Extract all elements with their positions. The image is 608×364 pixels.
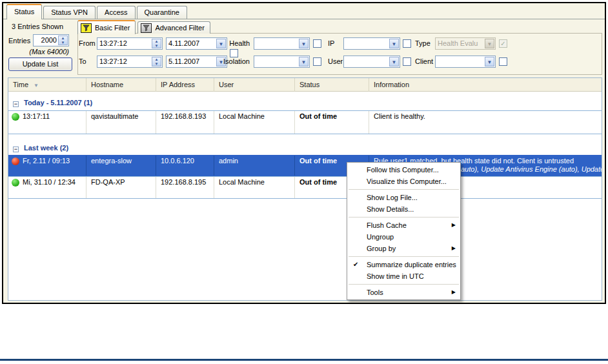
tab-status-vpn-label: Status VPN — [51, 8, 88, 16]
page-footer-rule — [0, 359, 608, 361]
entries-shown-text: 3 Entries Shown — [12, 23, 63, 30]
menu-item-visualize-this-computer[interactable]: Visualize this Computer... — [347, 176, 460, 187]
menu-item-show-time-in-utc[interactable]: Show time in UTC — [347, 270, 460, 282]
isolation-label: Isolation — [210, 57, 250, 65]
status-panel: Status Status VPN Access Quarantine 3 En… — [2, 2, 606, 304]
cell-status: Out of time — [299, 157, 337, 165]
menu-separator — [349, 189, 459, 190]
to-time-spinner[interactable]: ▲▼ — [152, 57, 161, 66]
menu-item-label: Follow this Computer... — [367, 166, 439, 174]
chevron-down-icon[interactable]: ▼ — [485, 57, 494, 66]
cell-time: Fr, 2.11 / 09:13 — [23, 157, 70, 165]
funnel-icon — [141, 23, 152, 33]
tab-quarantine-label: Quarantine — [145, 8, 179, 16]
tab-basic-filter[interactable]: Basic Filter — [77, 20, 136, 34]
column-header-user[interactable]: User — [214, 78, 295, 92]
tab-status-vpn[interactable]: Status VPN — [43, 6, 96, 19]
isolation-dropdown[interactable]: ▼ — [254, 56, 310, 68]
menu-item-summarize-duplicate-entries[interactable]: ✔Summarize duplicate entries — [347, 259, 460, 270]
menu-item-show-details[interactable]: Show Details... — [347, 203, 460, 215]
menu-item-ungroup[interactable]: Ungroup — [347, 231, 460, 243]
chevron-down-icon[interactable]: ▼ — [389, 57, 399, 66]
health-dropdown[interactable]: ▼ — [254, 37, 310, 50]
ip-dropdown[interactable]: ▼ — [343, 37, 400, 50]
menu-item-label: Flush Cache — [367, 221, 407, 229]
chevron-down-icon[interactable]: ▼ — [299, 39, 309, 48]
update-list-label: Update List — [23, 60, 59, 68]
tab-access[interactable]: Access — [97, 6, 135, 19]
column-header-information[interactable]: Information — [369, 78, 602, 92]
column-header-status-label: Status — [299, 81, 319, 88]
date-range-checkbox[interactable] — [230, 49, 238, 57]
column-header-status[interactable]: Status — [295, 78, 369, 92]
table-header: Time▼ Hostname IP Address User Status In… — [8, 78, 602, 92]
column-header-ip[interactable]: IP Address — [156, 78, 214, 92]
ip-checkbox[interactable] — [403, 39, 411, 48]
cell-ip: 192.168.8.193 — [161, 112, 206, 120]
cell-status: Out of time — [299, 178, 337, 186]
column-header-time[interactable]: Time▼ — [8, 78, 86, 92]
column-header-hostname[interactable]: Hostname — [86, 78, 156, 92]
menu-separator — [349, 217, 459, 217]
green-status-dot — [12, 113, 19, 121]
type-dropdown: Health Evalu ▼ — [435, 37, 496, 50]
to-time-value: 13:27:12 — [99, 56, 150, 67]
column-header-ip-label: IP Address — [161, 81, 195, 88]
menu-item-label: Ungroup — [367, 233, 394, 241]
cell-hostname: entegra-slow — [91, 157, 132, 165]
submenu-arrow-icon: ▶ — [452, 287, 456, 298]
column-header-hostname-label: Hostname — [91, 81, 123, 88]
user-dropdown[interactable]: ▼ — [343, 56, 400, 68]
isolation-checkbox[interactable] — [313, 57, 321, 66]
menu-item-label: Show time in UTC — [367, 272, 424, 280]
menu-item-group-by[interactable]: Group by▶ — [347, 243, 460, 254]
client-dropdown[interactable]: ▼ — [435, 56, 496, 68]
cell-status: Out of time — [299, 112, 337, 120]
cell-information: Client is healthy. — [374, 112, 425, 120]
tab-quarantine[interactable]: Quarantine — [137, 6, 187, 19]
tab-status[interactable]: Status — [6, 4, 42, 19]
from-time-field[interactable]: 13:27:12 ▲▼ — [97, 37, 163, 50]
user-checkbox[interactable] — [403, 57, 411, 66]
from-label: From — [79, 39, 96, 47]
client-label: Client — [415, 57, 433, 65]
funnel-icon — [81, 23, 92, 33]
update-list-button[interactable]: Update List — [8, 57, 72, 71]
group-header-today[interactable]: −Today - 5.11.2007 (1) — [8, 96, 602, 109]
menu-item-show-log-file[interactable]: Show Log File... — [347, 192, 460, 203]
page: Status Status VPN Access Quarantine 3 En… — [0, 0, 608, 364]
to-time-field[interactable]: 13:27:12 ▲▼ — [97, 56, 163, 68]
cell-information-line2: auto), Update Antivirus Engine (auto), U… — [461, 165, 602, 173]
entries-count-field[interactable]: 2000 ▲▼ — [33, 34, 69, 46]
type-value: Health Evalu — [438, 38, 483, 49]
menu-item-follow-this-computer[interactable]: Follow this Computer... — [347, 164, 460, 176]
group-header-last-week[interactable]: −Last week (2) — [8, 141, 602, 154]
from-time-spinner[interactable]: ▲▼ — [152, 39, 161, 48]
entries-spinner[interactable]: ▲▼ — [58, 35, 68, 45]
table-row[interactable]: 13:17:11 qavistaultimate 192.168.8.193 L… — [8, 110, 602, 134]
menu-item-flush-cache[interactable]: Flush Cache▶ — [347, 219, 460, 231]
chevron-down-icon[interactable]: ▼ — [299, 57, 309, 66]
menu-item-tools[interactable]: Tools▶ — [347, 287, 460, 298]
green-status-dot — [12, 179, 19, 187]
collapse-icon[interactable]: − — [13, 147, 19, 152]
context-menu: Follow this Computer... Visualize this C… — [347, 162, 461, 300]
menu-item-label: Summarize duplicate entries — [367, 261, 456, 268]
table-row[interactable]: Mi, 31.10 / 12:34 FD-QA-XP 192.168.8.195… — [8, 176, 602, 199]
red-status-dot — [12, 157, 19, 165]
client-checkbox[interactable] — [499, 57, 507, 66]
from-date-value: 4.11.2007 — [168, 38, 215, 49]
menu-item-label: Tools — [367, 288, 383, 296]
advanced-filter-label: Advanced Filter — [155, 24, 204, 32]
column-header-user-label: User — [219, 81, 234, 88]
table-row-selected[interactable]: Fr, 2.11 / 09:13 entegra-slow 10.0.6.120… — [8, 155, 602, 176]
chevron-down-icon[interactable]: ▼ — [389, 39, 399, 48]
health-checkbox[interactable] — [313, 39, 321, 48]
group-last-week-label: Last week (2) — [24, 144, 68, 152]
tab-access-label: Access — [105, 8, 127, 16]
filter-tabbar: Basic Filter Advanced Filter — [77, 20, 212, 34]
tab-advanced-filter[interactable]: Advanced Filter — [137, 21, 210, 34]
collapse-icon[interactable]: − — [13, 101, 19, 107]
cell-user: Local Machine — [219, 112, 265, 120]
cell-ip: 10.0.6.120 — [161, 157, 194, 165]
